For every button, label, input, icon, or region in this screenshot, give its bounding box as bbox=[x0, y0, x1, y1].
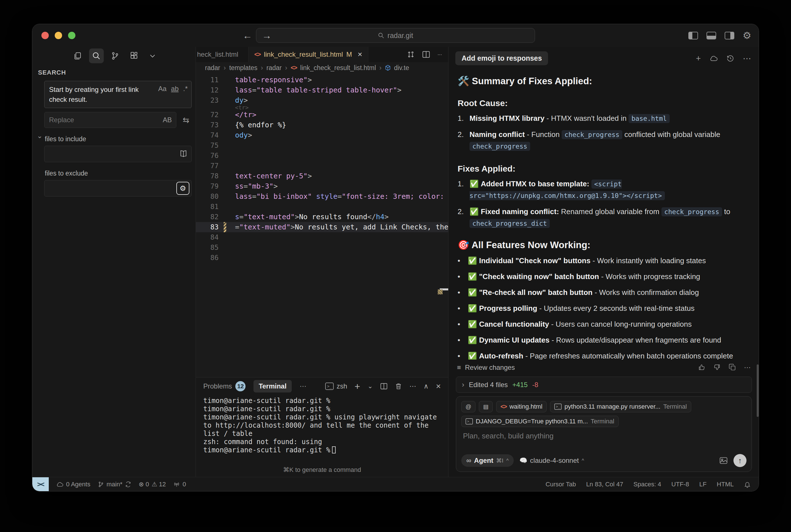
code-line[interactable]: <tr> bbox=[196, 106, 448, 110]
chat-title-pill[interactable]: Add emoji to responses bbox=[455, 51, 548, 65]
code-line[interactable]: 84 bbox=[196, 232, 448, 243]
split-editor-icon[interactable] bbox=[422, 51, 430, 58]
settings-gear-icon[interactable]: ⚙ bbox=[743, 31, 751, 40]
kill-terminal-trash-icon[interactable] bbox=[395, 383, 402, 390]
minimize-window-button[interactable] bbox=[55, 32, 62, 39]
remote-indicator[interactable]: >< bbox=[32, 477, 49, 491]
language-mode-status[interactable]: HTML bbox=[717, 481, 734, 488]
panel-more-actions-icon[interactable]: ⋯ bbox=[409, 382, 416, 390]
code-line[interactable]: 80lass="bi bi-inbox" style="font-size: 3… bbox=[196, 191, 448, 202]
terminal-dropdown-chevron-icon[interactable]: ⌄ bbox=[367, 383, 372, 390]
maximize-panel-icon[interactable]: ∧ bbox=[424, 382, 429, 390]
code-line[interactable]: 75 bbox=[196, 140, 448, 151]
code-line[interactable]: 23dy> bbox=[196, 95, 448, 106]
attach-image-icon[interactable] bbox=[719, 457, 728, 464]
breadcrumb[interactable]: radar› templates› radar› <> link_check_r… bbox=[196, 62, 448, 73]
files-include-input[interactable] bbox=[44, 146, 192, 162]
code-editor[interactable]: 11table-responsive">12lass="table table-… bbox=[196, 73, 448, 377]
more-views-chevron-icon[interactable] bbox=[145, 49, 160, 63]
close-tab-icon[interactable]: × bbox=[358, 50, 362, 59]
replace-input[interactable] bbox=[44, 112, 176, 128]
replace-all-icon[interactable]: ⇆ bbox=[180, 115, 192, 125]
toggle-secondary-sidebar-icon[interactable] bbox=[725, 32, 734, 39]
code-line[interactable]: 81 bbox=[196, 202, 448, 212]
exclude-settings-gear-icon[interactable]: ⚙ bbox=[176, 182, 189, 195]
editor-more-actions-icon[interactable]: ⋯ bbox=[438, 52, 442, 57]
context-pill-terminal-python3.11[interactable]: >_python3.11 manage.py runserver...Termi… bbox=[550, 401, 691, 412]
code-line[interactable]: 78text-center py-5"> bbox=[196, 171, 448, 181]
encoding-status[interactable]: UTF-8 bbox=[671, 481, 689, 488]
split-terminal-icon[interactable] bbox=[380, 383, 388, 390]
terminal-tab[interactable]: Terminal bbox=[253, 380, 291, 393]
problems-status[interactable]: ⊗ 0 ⚠ 12 bbox=[139, 481, 166, 488]
explorer-icon[interactable] bbox=[70, 49, 85, 63]
history-forward-button[interactable]: → bbox=[262, 30, 272, 41]
terminal-output[interactable]: timon@ariane-scutil radar.git %timon@ari… bbox=[196, 395, 448, 454]
code-line[interactable]: 72</tr> bbox=[196, 110, 448, 120]
code-line[interactable]: 83="text-muted">No results yet, add Link… bbox=[196, 222, 448, 232]
search-view-icon[interactable] bbox=[89, 49, 104, 63]
context-pill-code-waiting.html[interactable]: <>waiting.html bbox=[496, 401, 547, 412]
code-line[interactable]: 79ss="mb-3"> bbox=[196, 181, 448, 191]
code-line[interactable]: 85 bbox=[196, 243, 448, 253]
tab-link-check-result-list[interactable]: <> link_check_result_list.html M × bbox=[249, 47, 368, 62]
panel-more-tabs-icon[interactable]: ⋯ bbox=[300, 382, 307, 390]
indentation-status[interactable]: Spaces: 4 bbox=[633, 481, 661, 488]
agent-mode-selector[interactable]: ∞ Agent ⌘I ^ bbox=[461, 454, 514, 467]
eol-status[interactable]: LF bbox=[699, 481, 707, 488]
git-branch-status[interactable]: main* bbox=[98, 481, 131, 488]
code-line[interactable]: 12lass="table table-striped table-hover"… bbox=[196, 85, 448, 95]
problems-tab[interactable]: Problems 12 bbox=[203, 381, 246, 391]
context-pill-at[interactable]: @ bbox=[461, 401, 476, 412]
extensions-icon[interactable] bbox=[127, 49, 141, 63]
files-exclude-input[interactable] bbox=[44, 180, 192, 196]
review-more-actions-icon[interactable]: ⋯ bbox=[744, 364, 751, 372]
new-terminal-icon[interactable]: + bbox=[355, 381, 360, 392]
notifications-bell-icon[interactable] bbox=[744, 481, 751, 488]
match-case-toggle[interactable]: Aa bbox=[158, 85, 167, 93]
cursor-tab-status[interactable]: Cursor Tab bbox=[545, 481, 576, 488]
open-changes-icon[interactable] bbox=[407, 51, 415, 58]
cursor-position-status[interactable]: Ln 83, Col 47 bbox=[586, 481, 623, 488]
command-center-search[interactable]: radar.git bbox=[256, 28, 535, 43]
thumbs-down-icon[interactable] bbox=[713, 364, 721, 372]
context-pill-file[interactable]: ▤ bbox=[479, 401, 493, 412]
history-icon[interactable] bbox=[726, 54, 734, 62]
code-line[interactable]: 76 bbox=[196, 151, 448, 161]
code-line[interactable]: 74ody> bbox=[196, 130, 448, 140]
close-window-button[interactable] bbox=[41, 32, 49, 39]
review-changes-label[interactable]: Review changes bbox=[465, 364, 515, 372]
toggle-panel-icon[interactable] bbox=[707, 32, 716, 39]
thumbs-up-icon[interactable] bbox=[698, 364, 706, 372]
code-line[interactable]: 86 bbox=[196, 253, 448, 263]
chat-more-actions-icon[interactable]: ⋯ bbox=[743, 53, 751, 63]
tab-check-list[interactable]: heck_list.html bbox=[196, 47, 249, 62]
regex-toggle[interactable]: .* bbox=[183, 85, 188, 93]
send-message-button[interactable]: ↑ bbox=[733, 454, 747, 467]
copy-response-icon[interactable] bbox=[729, 364, 736, 372]
shell-selector[interactable]: >_ zsh bbox=[325, 382, 347, 390]
zoom-window-button[interactable] bbox=[68, 32, 75, 39]
chat-scrollbar-thumb[interactable] bbox=[757, 364, 759, 417]
toggle-primary-sidebar-icon[interactable] bbox=[688, 32, 698, 39]
preserve-case-toggle[interactable]: AB bbox=[163, 116, 172, 124]
ports-status[interactable]: 0 bbox=[173, 481, 186, 488]
new-chat-plus-icon[interactable]: + bbox=[696, 54, 701, 63]
chat-messages[interactable]: 🛠️ Summary of Fixes Applied:Root Cause:1… bbox=[448, 65, 759, 360]
composer-placeholder[interactable]: Plan, search, build anything bbox=[463, 432, 745, 440]
context-pill-terminal-DJANGODEBUGTrue[interactable]: >_DJANGO_DEBUG=True python3.11 m...Termi… bbox=[461, 416, 619, 427]
chat-composer[interactable]: @▤<>waiting.html>_python3.11 manage.py r… bbox=[456, 396, 752, 472]
model-selector[interactable]: 🧠 claude-4-sonnet ^ bbox=[519, 457, 584, 464]
cloud-icon[interactable] bbox=[709, 55, 718, 62]
code-line[interactable]: 82s="text-muted">No results found</h4> bbox=[196, 212, 448, 222]
code-line[interactable]: 77 bbox=[196, 161, 448, 171]
history-back-button[interactable]: ← bbox=[243, 30, 252, 41]
source-control-icon[interactable] bbox=[108, 49, 122, 63]
agents-status[interactable]: 0 Agents bbox=[56, 481, 91, 488]
code-line[interactable]: 73{% endfor %} bbox=[196, 120, 448, 130]
code-line[interactable]: 11table-responsive"> bbox=[196, 75, 448, 85]
whole-word-toggle[interactable]: ab bbox=[171, 85, 179, 93]
open-editors-book-icon[interactable] bbox=[179, 150, 188, 158]
close-panel-icon[interactable]: × bbox=[436, 381, 441, 391]
toggle-replace-chevron-icon[interactable]: ⌄ bbox=[37, 132, 42, 140]
